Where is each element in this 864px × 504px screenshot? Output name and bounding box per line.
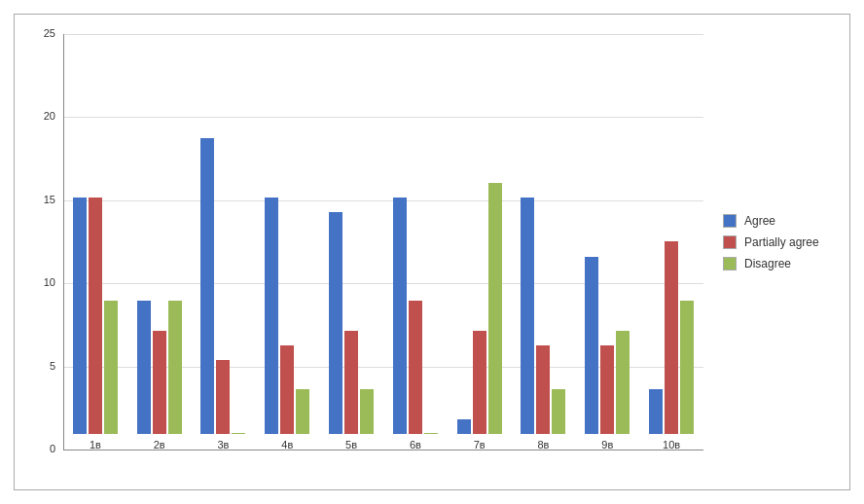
bar-group: 9в: [585, 34, 630, 450]
bar-group: 8в: [521, 34, 565, 450]
bar-group: 5в: [329, 34, 374, 450]
y-label: 20: [24, 110, 55, 122]
bars: [393, 198, 438, 434]
bar-partial: [153, 331, 166, 434]
bar-group: 10в: [649, 34, 694, 450]
legend-label: Disagree: [744, 257, 791, 270]
bars: [329, 212, 374, 434]
bar-group: 6в: [393, 34, 438, 450]
y-axis-line: [63, 34, 64, 450]
legend-label: Agree: [744, 214, 775, 228]
legend-color-box: [723, 257, 737, 270]
legend-label: Partially agree: [744, 235, 819, 249]
bar-agree: [329, 212, 342, 434]
bar-group: 1в: [73, 34, 118, 450]
bars: [585, 257, 630, 434]
legend-color-box: [723, 214, 737, 228]
y-label: 25: [24, 27, 55, 39]
bar-agree: [457, 419, 471, 434]
y-label: 5: [24, 360, 55, 372]
bars: [649, 241, 694, 434]
bar-agree: [521, 198, 534, 434]
bars-area: 1в2в3в4в5в6в7в8в9в10в: [63, 34, 703, 450]
bar-disagree: [552, 389, 565, 434]
bar-partial: [216, 360, 230, 434]
bars: [200, 138, 245, 434]
bar-agree: [200, 138, 214, 434]
bar-disagree: [424, 433, 438, 434]
legend-item: Partially agree: [723, 235, 830, 249]
bar-agree: [265, 198, 278, 434]
bars: [521, 198, 565, 434]
bar-group: 3в: [200, 34, 245, 450]
bar-partial: [473, 331, 486, 434]
bar-agree: [585, 257, 598, 434]
bars: [73, 198, 118, 434]
y-label: 0: [24, 443, 55, 454]
bar-disagree: [680, 301, 694, 434]
bar-group: 7в: [457, 34, 502, 450]
bar-group: 2в: [137, 34, 182, 450]
bars: [265, 198, 309, 434]
bar-disagree: [232, 433, 245, 434]
bar-partial: [665, 241, 678, 434]
y-label: 10: [24, 276, 55, 288]
chart-container: 2520151050 1в2в3в4в5в6в7в8в9в10в AgreePa…: [14, 14, 850, 490]
legend-item: Disagree: [723, 257, 830, 270]
chart-area: 2520151050 1в2в3в4в5в6в7в8в9в10в: [63, 34, 703, 450]
bar-disagree: [616, 331, 630, 434]
bar-agree: [137, 301, 151, 434]
bar-agree: [73, 198, 87, 434]
bar-partial: [409, 301, 422, 434]
bar-partial: [600, 345, 614, 434]
bar-partial: [89, 198, 102, 434]
bars: [137, 301, 182, 434]
bar-agree: [393, 198, 407, 434]
bar-agree: [649, 389, 663, 434]
bar-group: 4в: [265, 34, 309, 450]
bar-disagree: [488, 183, 502, 434]
legend-item: Agree: [723, 214, 830, 228]
legend: AgreePartially agreeDisagree: [703, 34, 840, 450]
bar-disagree: [360, 389, 374, 434]
y-label: 15: [24, 194, 55, 205]
legend-color-box: [723, 235, 737, 249]
bar-disagree: [296, 389, 309, 434]
bar-partial: [344, 331, 358, 434]
bar-disagree: [104, 301, 118, 434]
bars: [457, 183, 502, 434]
bar-partial: [280, 345, 294, 434]
bar-disagree: [168, 301, 182, 434]
bar-partial: [536, 345, 550, 434]
x-axis-line: [63, 450, 703, 450]
